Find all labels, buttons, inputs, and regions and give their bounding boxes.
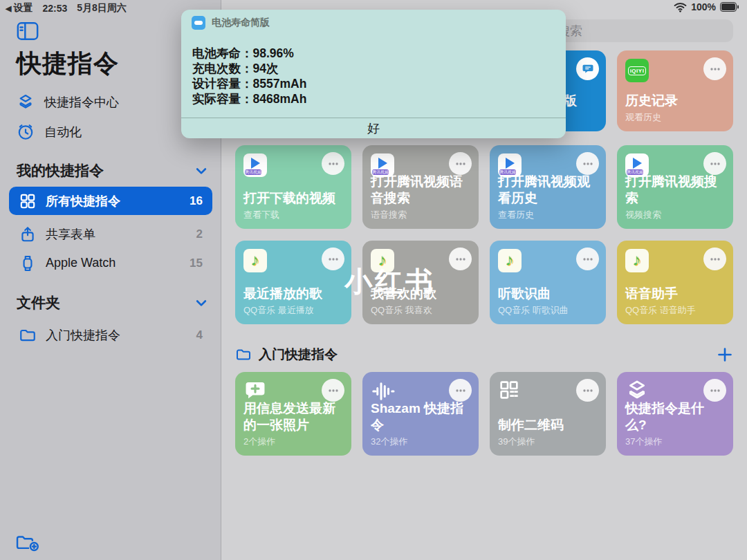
tile-title: Shazam 快捷指令 <box>371 400 470 433</box>
more-options-button[interactable] <box>449 379 472 402</box>
sidebar-item-label: 快捷指令中心 <box>44 94 119 111</box>
more-options-button[interactable] <box>576 248 599 270</box>
tile-subtitle: 观看历史 <box>625 111 661 124</box>
back-triangle-icon: ◀ <box>6 4 11 13</box>
tile-title: 打开腾讯视频搜索 <box>625 174 725 207</box>
tile-subtitle: 查看历史 <box>498 209 534 221</box>
tile-subtitle: QQ音乐 我喜欢 <box>371 304 432 317</box>
clock-time: 22:53 <box>42 3 67 14</box>
shortcut-tile[interactable]: 腾讯视频 打开下载的视频 查看下载 <box>235 145 351 229</box>
chat-bubble-badge-icon[interactable] <box>576 57 599 80</box>
more-options-button[interactable] <box>322 152 344 175</box>
sidebar-item-label: 入门快捷指令 <box>46 327 120 344</box>
tile-title: 打开下载的视频 <box>243 190 343 207</box>
status-bar: ◀ 设置 22:53 5月8日周六 100% <box>0 0 747 17</box>
add-shortcut-button[interactable] <box>717 346 733 363</box>
back-to-settings-button[interactable]: ◀ 设置 <box>6 2 33 15</box>
more-options-button[interactable] <box>703 248 726 270</box>
tile-title: 打开腾讯视频语音搜索 <box>371 174 470 207</box>
folder-icon <box>235 346 252 363</box>
folder-section-header: 入门快捷指令 <box>235 344 733 365</box>
back-app-label: 设置 <box>13 2 33 15</box>
iqiyi-app-icon: iQIYI <box>625 59 649 82</box>
tile-subtitle: 查看下载 <box>243 209 279 221</box>
sidebar-item-label: 自动化 <box>44 124 82 140</box>
folder-icon <box>19 326 37 344</box>
dialog-body: 电池寿命：98.96% 充电次数：94次 设计容量：8557mAh 实际容量：8… <box>192 46 306 106</box>
more-options-button[interactable] <box>703 379 726 402</box>
shortcut-tile[interactable]: ♪♪ 听歌识曲 QQ音乐 听歌识曲 <box>490 241 606 324</box>
shortcut-tile[interactable]: 腾讯视频 打开腾讯视频搜索 视频搜索 <box>617 145 733 229</box>
qr-code-icon <box>498 379 526 407</box>
shortcut-tile-history[interactable]: iQIYI 历史记录 观看历史 <box>617 50 733 131</box>
tile-subtitle: QQ音乐 最近播放 <box>243 304 314 317</box>
shortcut-tile[interactable]: 腾讯视频 打开腾讯视频观看历史 查看历史 <box>490 145 606 229</box>
watch-icon <box>19 254 37 272</box>
tile-subtitle: 2个操作 <box>243 436 275 448</box>
more-options-button[interactable] <box>703 57 726 80</box>
qq-music-app-icon: ♪♪ <box>625 249 649 272</box>
share-icon <box>19 225 37 243</box>
battery-life-dialog: 电池寿命简版 电池寿命：98.96% 充电次数：94次 设计容量：8557mAh… <box>181 10 566 138</box>
sidebar-item-all-shortcuts[interactable]: 所有快捷指令 16 <box>9 187 212 215</box>
screen: ◀ 设置 22:53 5月8日周六 100% 快捷指令 快捷指令中心 <box>0 0 747 560</box>
more-options-button[interactable] <box>449 152 472 175</box>
more-options-button[interactable] <box>576 152 599 175</box>
status-date: 5月8日周六 <box>77 2 127 15</box>
more-options-button[interactable] <box>703 152 726 175</box>
sidebar-item-label: 共享表单 <box>46 226 95 243</box>
tile-subtitle: QQ音乐 听歌识曲 <box>498 304 569 317</box>
tile-subtitle: QQ音乐 语音助手 <box>625 304 696 317</box>
app-title: 快捷指令 <box>17 47 119 81</box>
sidebar-item-share-sheet[interactable]: 共享表单 2 <box>9 220 212 248</box>
xiaohongshu-watermark: 小红书 <box>344 263 436 301</box>
qq-music-app-icon: ♪♪ <box>498 249 522 272</box>
shortcut-tile[interactable]: Shazam 快捷指令 32个操作 <box>362 372 479 456</box>
tencent-video-app-icon: 腾讯视频 <box>243 153 267 177</box>
tile-title: 最近播放的歌 <box>243 286 343 302</box>
item-count-badge: 4 <box>196 328 203 342</box>
clock-icon <box>17 123 35 141</box>
tile-title: 历史记录 <box>625 93 725 109</box>
more-options-button[interactable] <box>322 379 344 402</box>
battery-percent: 100% <box>691 1 716 12</box>
shortcut-tile[interactable]: 用信息发送最新的一张照片 2个操作 <box>235 372 351 456</box>
dialog-title: 电池寿命简版 <box>212 17 270 29</box>
section-header-my-shortcuts: 我的快捷指令 <box>17 161 208 180</box>
shortcut-tile[interactable]: 制作二维码 39个操作 <box>490 372 606 456</box>
sidebar-item-label: Apple Watch <box>46 256 116 270</box>
chevron-down-icon[interactable] <box>194 164 208 178</box>
chevron-down-icon[interactable] <box>194 296 208 310</box>
sidebar-item-starter-shortcuts[interactable]: 入门快捷指令 4 <box>9 321 212 349</box>
sidebar-item-label: 所有快捷指令 <box>46 193 120 209</box>
tile-title: 打开腾讯视频观看历史 <box>498 174 598 207</box>
tile-title: 用信息发送最新的一张照片 <box>243 400 343 433</box>
section-header-label: 我的快捷指令 <box>17 161 104 180</box>
shortcuts-center-icon <box>17 93 35 111</box>
shortcut-tile[interactable]: 腾讯视频 打开腾讯视频语音搜索 语音搜索 <box>362 145 479 229</box>
wifi-icon <box>674 1 687 12</box>
battery-icon <box>720 2 739 12</box>
tile-title: 听歌识曲 <box>498 286 598 302</box>
section-header-folders: 文件夹 <box>17 293 208 312</box>
item-count-badge: 15 <box>190 256 203 270</box>
new-folder-button[interactable] <box>15 532 39 553</box>
sidebar-item-apple-watch[interactable]: Apple Watch 15 <box>9 249 212 277</box>
ok-button[interactable]: 好 <box>181 118 566 138</box>
more-options-button[interactable] <box>322 248 344 270</box>
tile-title: 快捷指令是什么? <box>625 400 725 433</box>
tile-subtitle: 32个操作 <box>371 436 407 448</box>
shortcut-tile[interactable]: ♪♪ 语音助手 QQ音乐 语音助手 <box>617 241 733 324</box>
more-options-button[interactable] <box>576 379 599 402</box>
tile-subtitle: 语音搜索 <box>371 209 407 221</box>
shortcut-tile[interactable]: 快捷指令是什么? 37个操作 <box>617 372 733 456</box>
sidebar-toggle-icon[interactable] <box>17 21 39 41</box>
tile-title: 语音助手 <box>625 286 725 302</box>
tile-subtitle: 37个操作 <box>625 436 662 448</box>
qq-music-app-icon: ♪♪ <box>243 249 267 272</box>
section-header-label: 文件夹 <box>17 293 60 312</box>
more-options-button[interactable] <box>449 248 472 270</box>
tile-title: 制作二维码 <box>498 417 598 433</box>
shortcut-tile[interactable]: ♪♪ 最近播放的歌 QQ音乐 最近播放 <box>235 241 351 324</box>
item-count-badge: 2 <box>196 227 203 241</box>
